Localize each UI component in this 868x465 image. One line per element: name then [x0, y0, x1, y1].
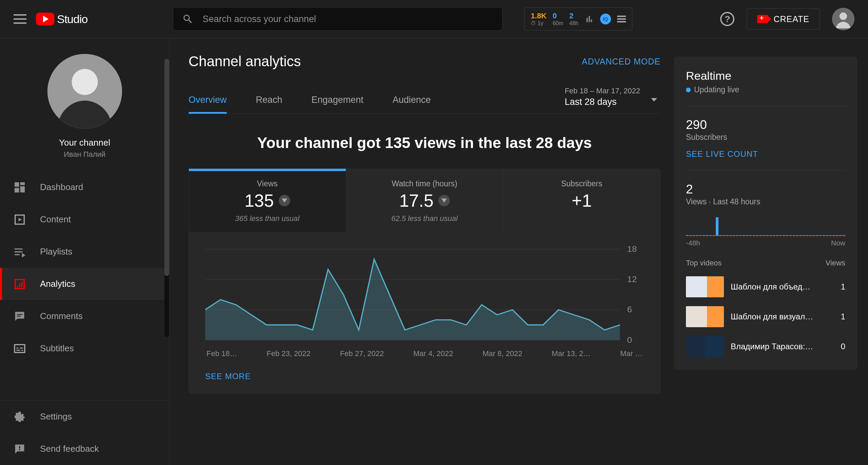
sidebar-item-label: Dashboard: [40, 182, 83, 192]
see-more-link[interactable]: SEE MORE: [189, 366, 660, 393]
video-title: Шаблон для объед…: [731, 282, 831, 292]
sidebar-item-playlists[interactable]: Playlists: [0, 236, 169, 268]
metric-subtext: 62.5 less than usual: [350, 214, 500, 223]
sidebar-scrollbar[interactable]: [164, 59, 169, 337]
create-button-label: CREATE: [773, 14, 809, 24]
see-live-count-link[interactable]: SEE LIVE COUNT: [686, 149, 845, 159]
mini-bar: [819, 235, 822, 236]
channel-profile[interactable]: Your channel Иван Палий: [0, 38, 169, 171]
account-avatar[interactable]: [832, 8, 854, 30]
realtime-live-indicator: Updating live: [686, 85, 845, 94]
mini-axis-left: -48h: [686, 239, 700, 247]
menu-toggle-button[interactable]: [14, 14, 26, 24]
bar-chart-icon: [585, 14, 594, 24]
realtime-card: Realtime Updating live 290 Subscribers S…: [674, 57, 857, 370]
mini-bar: [799, 235, 802, 236]
mini-bar: [729, 235, 732, 236]
sidebar-item-label: Settings: [40, 411, 72, 422]
mini-bar: [779, 235, 782, 236]
mini-bar: [809, 235, 812, 236]
mini-bar: [733, 235, 735, 236]
x-tick-label: Feb 23, 2022: [267, 349, 311, 358]
sidebar-item-content[interactable]: Content: [0, 203, 169, 236]
svg-text:18: 18: [627, 245, 637, 254]
x-tick-label: Mar 13, 2…: [552, 349, 591, 358]
mini-axis-right: Now: [831, 239, 845, 247]
svg-point-3: [72, 69, 98, 95]
studio-logo[interactable]: Studio: [36, 13, 87, 26]
metric-tab-subscribers[interactable]: Subscribers +1: [503, 169, 660, 232]
search-box[interactable]: [173, 7, 502, 31]
sidebar-item-feedback[interactable]: Send feedback: [0, 433, 169, 465]
metric-title: Watch time (hours): [350, 179, 500, 188]
metric-tab-watch-time-hours-[interactable]: Watch time (hours) 17.5 62.5 less than u…: [346, 169, 504, 232]
realtime-subscribers-label: Subscribers: [686, 133, 845, 142]
mini-bar: [706, 235, 709, 236]
tab-audience[interactable]: Audience: [393, 95, 431, 113]
sidebar-item-label: Subtitles: [40, 343, 74, 354]
tab-overview[interactable]: Overview: [189, 95, 227, 113]
trend-down-icon: [279, 195, 290, 206]
x-tick-label: Feb 18…: [206, 349, 237, 358]
x-tick-label: Feb 27, 2022: [340, 349, 384, 358]
mini-bar: [699, 235, 702, 236]
realtime-48h-chart[interactable]: [686, 211, 845, 236]
mini-bar: [716, 217, 718, 236]
tab-reach[interactable]: Reach: [256, 95, 282, 113]
mini-bar: [783, 235, 785, 236]
headline-text: Your channel got 135 views in the last 2…: [189, 134, 660, 152]
mini-bar: [693, 235, 695, 236]
help-icon[interactable]: ?: [720, 12, 734, 26]
sidebar-item-comments[interactable]: Comments: [0, 300, 169, 332]
search-icon: [182, 13, 194, 25]
sidebar-item-label: Send feedback: [40, 444, 99, 454]
search-input[interactable]: [202, 14, 493, 24]
metric-value: +1: [507, 190, 657, 211]
create-button[interactable]: CREATE: [747, 8, 820, 30]
realtime-subscribers-count: 290: [686, 118, 845, 132]
mini-bar: [749, 235, 752, 236]
dashboard-icon: [13, 181, 26, 194]
metrics-card: Views 135 365 less than usual Watch time…: [189, 169, 660, 394]
date-range-picker[interactable]: Feb 18 – Mar 17, 2022 Last 28 days: [565, 87, 660, 113]
metric-title: Subscribers: [507, 179, 657, 188]
top-video-row[interactable]: Владимир Тарасов:… 0: [686, 336, 845, 357]
list-icon[interactable]: [617, 16, 626, 22]
mini-bar: [709, 235, 712, 236]
mini-bar: [726, 235, 729, 236]
mini-bar: [806, 235, 809, 236]
sidebar-item-settings[interactable]: Settings: [0, 401, 169, 433]
mini-bar: [723, 235, 725, 236]
realtime-views48-label: Views · Last 48 hours: [686, 197, 845, 206]
tab-engagement[interactable]: Engagement: [312, 95, 363, 113]
mini-bar: [803, 235, 805, 236]
mini-bar: [776, 235, 778, 236]
sidebar: Your channel Иван Палий Dashboard Conten…: [0, 38, 170, 465]
top-videos-views-heading: Views: [826, 259, 845, 267]
mini-bar: [763, 235, 765, 236]
metric-title: Views: [192, 179, 342, 188]
header-stats-box[interactable]: 1.8K ⏱1y 0 60m 2 48h IQ: [524, 7, 632, 31]
x-tick-label: Mar 4, 2022: [413, 349, 453, 358]
mini-bar: [739, 235, 742, 236]
mini-bar: [843, 235, 845, 236]
trend-down-icon: [438, 195, 450, 206]
metric-tab-views[interactable]: Views 135 365 less than usual: [189, 169, 346, 232]
mini-bar: [773, 235, 775, 236]
top-video-row[interactable]: Шаблон для визуал… 1: [686, 306, 845, 327]
sidebar-item-label: Playlists: [40, 246, 72, 257]
views-chart[interactable]: 061218 Feb 18…Feb 23, 2022Feb 27, 2022Ma…: [189, 232, 660, 366]
mini-bar: [816, 235, 818, 236]
sidebar-item-analytics[interactable]: Analytics: [0, 268, 169, 300]
top-video-row[interactable]: Шаблон для объед… 1: [686, 276, 845, 297]
sidebar-item-dashboard[interactable]: Dashboard: [0, 171, 169, 203]
mini-bar: [832, 235, 835, 236]
mini-bar: [753, 235, 755, 236]
mini-bar: [756, 235, 758, 236]
mini-bar: [829, 235, 832, 236]
video-thumbnail: [686, 276, 724, 297]
advanced-mode-link[interactable]: ADVANCED MODE: [582, 57, 660, 67]
metric-value: 135: [192, 190, 342, 211]
sidebar-item-subtitles[interactable]: Subtitles: [0, 332, 169, 365]
subtitles-icon: [13, 342, 26, 355]
